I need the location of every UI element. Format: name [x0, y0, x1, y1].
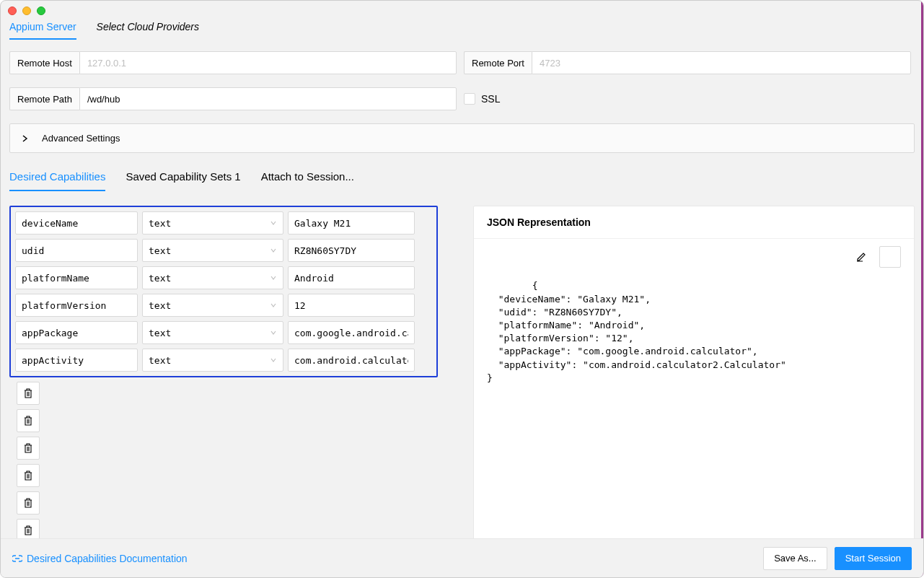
json-header: JSON Representation [474, 206, 914, 239]
capability-row: text [15, 321, 432, 344]
delete-capability-button[interactable] [17, 491, 40, 514]
minimize-window-icon[interactable] [22, 6, 31, 15]
trash-icon [24, 443, 32, 453]
capability-row: text [15, 211, 432, 235]
link-icon [12, 553, 22, 564]
tab-desired-capabilities[interactable]: Desired Capabilities [9, 170, 105, 191]
advanced-settings-collapse[interactable]: Advanced Settings [9, 123, 915, 153]
json-body: { "deviceName": "Galaxy M21", "udid": "R… [474, 239, 914, 573]
trash-icon [24, 416, 32, 426]
edit-json-button[interactable] [879, 246, 901, 268]
capability-type-select[interactable]: text [142, 349, 283, 372]
tab-appium-server[interactable]: Appium Server [9, 21, 76, 40]
capability-value-input[interactable] [288, 266, 415, 289]
chevron-down-icon [270, 247, 277, 254]
capability-value-input[interactable] [288, 211, 415, 235]
chevron-down-icon [270, 302, 277, 309]
capability-name-input[interactable] [15, 211, 138, 235]
trash-icon [24, 525, 32, 535]
start-session-button[interactable]: Start Session [835, 547, 912, 570]
server-form: Remote Host Remote Port Remote Path SSL [1, 40, 923, 110]
capability-name-input[interactable] [15, 266, 138, 289]
capability-name-input[interactable] [15, 294, 138, 317]
remote-host-label: Remote Host [9, 51, 79, 74]
capability-type-label: text [149, 245, 171, 256]
capability-type-label: text [149, 300, 171, 311]
capability-type-select[interactable]: text [142, 294, 283, 317]
trash-icon [24, 498, 32, 508]
tab-saved-capability-sets[interactable]: Saved Capability Sets 1 [126, 170, 240, 191]
delete-capability-button[interactable] [17, 437, 40, 460]
appium-inspector-window: Appium Server Select Cloud Providers Rem… [0, 0, 924, 578]
capability-value-input[interactable] [288, 294, 415, 317]
remote-port-input[interactable] [532, 51, 911, 74]
chevron-down-icon [270, 219, 277, 227]
capability-name-input[interactable] [15, 349, 138, 372]
maximize-window-icon[interactable] [37, 6, 45, 15]
close-window-icon[interactable] [8, 6, 17, 15]
delete-capability-button[interactable] [17, 382, 40, 405]
capability-type-select[interactable]: text [142, 211, 283, 235]
top-tabbar: Appium Server Select Cloud Providers [1, 1, 923, 40]
capability-value-input[interactable] [288, 349, 415, 372]
json-text: { "deviceName": "Galaxy M21", "udid": "R… [487, 280, 786, 382]
remote-path-input[interactable] [79, 87, 457, 110]
capability-row: text [15, 349, 432, 372]
trash-icon [24, 470, 32, 481]
capability-row: text [15, 266, 432, 289]
edit-icon [856, 226, 924, 289]
ssl-checkbox[interactable] [464, 93, 475, 105]
capability-type-label: text [149, 355, 171, 366]
window-controls [8, 6, 45, 15]
capability-grid: texttexttexttexttexttext [9, 206, 438, 377]
capability-value-input[interactable] [288, 239, 415, 262]
advanced-settings-label: Advanced Settings [42, 133, 120, 144]
capability-tabbar: Desired Capabilities Saved Capability Se… [1, 165, 923, 191]
footer: Desired Capabilities Documentation Save … [1, 538, 923, 577]
capability-type-label: text [149, 273, 171, 284]
ssl-label: SSL [481, 93, 500, 105]
capability-row: text [15, 294, 432, 317]
remote-port-label: Remote Port [464, 51, 532, 74]
chevron-down-icon [270, 356, 277, 364]
capability-type-select[interactable]: text [142, 239, 283, 262]
capability-type-label: text [149, 328, 171, 338]
tab-cloud-providers[interactable]: Select Cloud Providers [97, 21, 199, 40]
capability-name-input[interactable] [15, 321, 138, 344]
capability-value-input[interactable] [288, 321, 415, 344]
chevron-down-icon [270, 274, 277, 281]
scroll-edge-decoration [921, 1, 923, 577]
save-as-button[interactable]: Save As... [763, 547, 827, 570]
remote-host-input[interactable] [79, 51, 457, 74]
capability-type-select[interactable]: text [142, 266, 283, 289]
doc-link[interactable]: Desired Capabilities Documentation [12, 553, 188, 564]
chevron-right-icon [22, 135, 29, 142]
capability-row: text [15, 239, 432, 262]
delete-capability-button[interactable] [17, 464, 40, 487]
chevron-down-icon [270, 329, 277, 336]
trash-icon [24, 388, 32, 398]
capability-name-input[interactable] [15, 239, 138, 262]
doc-link-label: Desired Capabilities Documentation [27, 553, 188, 564]
json-panel: JSON Representation { "deviceName": "Gal… [473, 206, 915, 574]
delete-capability-button[interactable] [17, 409, 40, 432]
capability-type-label: text [149, 218, 171, 229]
tab-attach-to-session[interactable]: Attach to Session... [261, 170, 354, 191]
remote-path-label: Remote Path [9, 87, 79, 110]
capability-type-select[interactable]: text [142, 321, 283, 344]
